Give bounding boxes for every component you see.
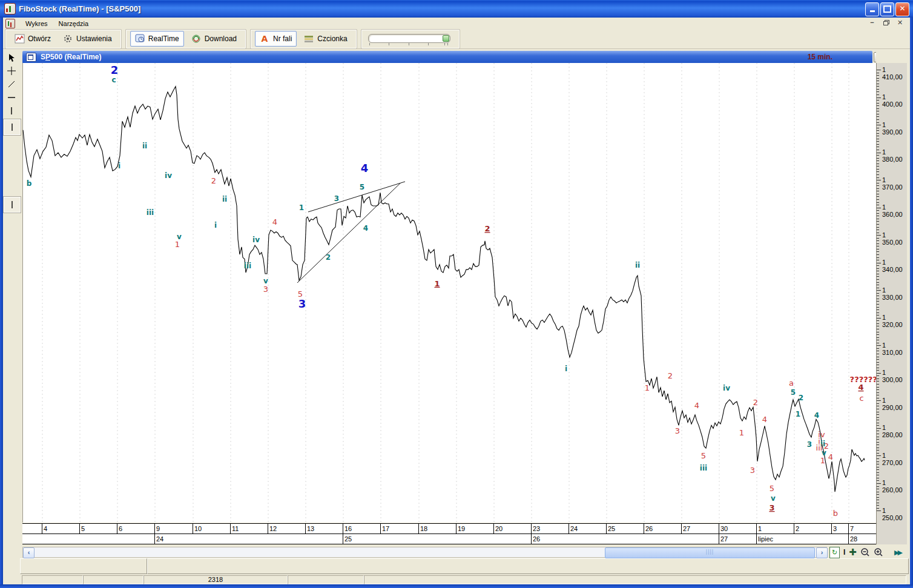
- minimize-icon[interactable]: [865, 2, 879, 16]
- hline-tool[interactable]: [4, 91, 19, 104]
- y-tick: [877, 444, 879, 445]
- y-tick: [877, 304, 879, 305]
- wave-label: iii: [147, 208, 154, 217]
- y-tick: [877, 279, 879, 280]
- pointer-tool[interactable]: [4, 51, 19, 64]
- price-axis[interactable]: 1 250,001 260,001 270,001 280,001 290,00…: [876, 63, 907, 544]
- scrollbar-thumb[interactable]: [605, 547, 815, 558]
- wave-label: 3: [334, 194, 339, 203]
- price-line: [23, 87, 865, 492]
- y-tick: [877, 461, 879, 462]
- y-tick: [877, 475, 879, 475]
- vline-tool-2[interactable]: [4, 119, 21, 135]
- y-tick: [877, 414, 879, 415]
- y-tick: [877, 100, 879, 101]
- wave-label: 2: [326, 253, 331, 262]
- zoom-slider-track[interactable]: [368, 34, 450, 43]
- y-tick: [877, 233, 879, 233]
- wave-label: 1: [796, 410, 800, 418]
- y-tick: [877, 464, 879, 464]
- y-tick: [877, 348, 879, 349]
- wave-label: 3: [750, 466, 755, 475]
- x-axis-label: 19: [458, 525, 465, 532]
- y-tick: [877, 180, 881, 180]
- price-chart-canvas[interactable]: 243bciiiiiiivviiiiiiivv12345iiiiviiiv512…: [23, 63, 877, 523]
- y-tick: [877, 155, 879, 156]
- axis-corner: [876, 51, 913, 63]
- chart-hscrollbar[interactable]: ‹ ›: [22, 547, 827, 558]
- menu-wykres[interactable]: Wykres: [20, 19, 53, 28]
- close-icon[interactable]: ✕: [895, 2, 909, 16]
- zoom-slider[interactable]: [366, 31, 455, 47]
- x-divider: [719, 524, 719, 533]
- menu-narzedzia[interactable]: Narzędzia: [53, 19, 94, 28]
- mdi-minimize-icon[interactable]: −: [867, 18, 877, 27]
- bottom-panel-right: [147, 558, 909, 574]
- wave-label: 2: [668, 371, 673, 380]
- scroll-left-icon[interactable]: ‹: [23, 547, 35, 558]
- vline-tool[interactable]: [4, 104, 19, 117]
- chart-title-bar[interactable]: SP500 (RealTime) 15 min.: [22, 51, 872, 63]
- x-axis-label: 27: [683, 525, 690, 532]
- wave-label: ii: [142, 142, 147, 150]
- y-tick: [877, 458, 879, 459]
- vline-tool-3[interactable]: [4, 197, 21, 213]
- x-divider: [848, 534, 849, 544]
- y-tick: [877, 235, 881, 236]
- font-button[interactable]: Czcionka: [299, 31, 352, 47]
- wave-label: iii: [244, 262, 251, 270]
- status-cell: [83, 575, 143, 584]
- y-tick: [877, 373, 881, 374]
- y-tick: [877, 370, 879, 371]
- restore-icon: [26, 53, 36, 62]
- x-axis-label: 9: [156, 525, 160, 532]
- y-tick: [877, 130, 879, 131]
- crosshair-tool[interactable]: [4, 64, 19, 78]
- plus-icon[interactable]: ✚: [849, 547, 857, 558]
- open-button[interactable]: Otwórz: [10, 31, 56, 47]
- refresh-page-icon[interactable]: ↻: [829, 547, 840, 558]
- x-axis-label: lipiec: [758, 535, 773, 543]
- scroll-right-icon[interactable]: ›: [816, 547, 828, 558]
- y-tick: [877, 505, 879, 506]
- y-tick: [877, 337, 879, 338]
- mdi-restore-icon[interactable]: [881, 18, 891, 27]
- wave-label: 4: [694, 401, 699, 410]
- zoom-in-icon[interactable]: [874, 547, 883, 557]
- x-axis-label: 26: [645, 525, 653, 532]
- realtime-button[interactable]: RealTime: [130, 31, 184, 47]
- toolbar-group-data: RealTime Download: [126, 30, 246, 48]
- y-tick: [877, 251, 879, 252]
- zoom-out-icon[interactable]: [860, 547, 870, 557]
- y-tick: [877, 86, 879, 87]
- zoom-slider-thumb[interactable]: [443, 35, 449, 42]
- ibeam-icon[interactable]: I: [843, 548, 845, 557]
- mdi-close-icon[interactable]: ✕: [895, 18, 905, 27]
- wave-label: 1: [645, 383, 650, 392]
- y-tick: [877, 442, 879, 443]
- y-tick: [877, 359, 879, 360]
- y-tick: [877, 296, 879, 296]
- x-divider: [79, 524, 80, 533]
- drawing-tool-palette: [3, 51, 21, 558]
- settings-button[interactable]: Ustawienia: [58, 31, 117, 47]
- menu-bar: Wykres Narzędzia − ✕: [3, 18, 910, 30]
- x-axis-label: 11: [232, 525, 239, 532]
- chart-plot-area[interactable]: 243bciiiiiiivviiiiiiivv12345iiiiviiiv512…: [22, 63, 877, 523]
- y-tick: [877, 114, 879, 114]
- download-button[interactable]: Download: [186, 31, 242, 47]
- y-tick: [877, 177, 879, 178]
- pan-right-icon[interactable]: ▶▶: [894, 549, 901, 557]
- y-tick: [877, 384, 879, 385]
- y-tick: [877, 400, 881, 401]
- y-axis-label: 1 270,00: [882, 452, 907, 466]
- y-tick: [877, 378, 879, 379]
- y-tick: [877, 320, 879, 321]
- wave-label: 1: [739, 428, 744, 437]
- y-tick: [877, 202, 879, 203]
- maximize-icon[interactable]: [880, 2, 894, 16]
- wave-number-icon: A: [260, 34, 270, 44]
- y-tick: [877, 453, 879, 454]
- trendline-tool[interactable]: [4, 78, 19, 91]
- wave-number-button[interactable]: A Nr fali: [255, 31, 297, 47]
